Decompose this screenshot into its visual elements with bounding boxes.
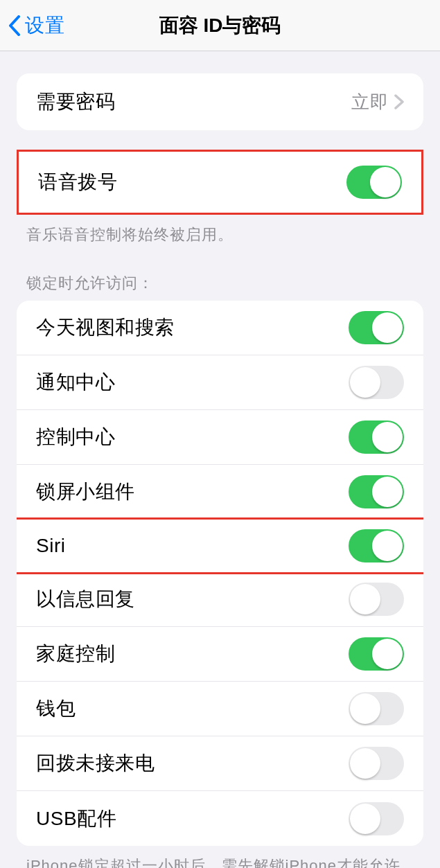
chevron-right-icon <box>394 94 404 109</box>
access-switch-reply[interactable] <box>349 583 404 616</box>
voice-dial-row: 语音拨号 <box>19 152 421 213</box>
usb-footer-note: iPhone锁定超过一小时后，需先解锁iPhone才能允许USB 配件连接。 <box>26 856 423 868</box>
access-switch-control-center[interactable] <box>349 420 404 454</box>
require-passcode-row[interactable]: 需要密码 立即 <box>17 73 423 130</box>
access-switch-siri[interactable] <box>349 529 404 563</box>
access-switch-today[interactable] <box>349 311 404 344</box>
chevron-left-icon <box>8 15 21 36</box>
access-row-reply: 以信息回复 <box>17 572 423 627</box>
access-label: 今天视图和搜索 <box>36 315 349 341</box>
access-switch-notifications[interactable] <box>349 366 404 399</box>
access-section-header: 锁定时允许访问： <box>26 273 423 294</box>
require-passcode-group: 需要密码 立即 <box>17 73 423 130</box>
back-button[interactable]: 设置 <box>0 12 64 39</box>
voice-dial-highlight: 语音拨号 <box>17 150 423 215</box>
access-label: 家庭控制 <box>36 641 349 667</box>
header-bar: 设置 面容 ID与密码 <box>0 0 440 51</box>
access-row-widgets: 锁屏小组件 <box>17 465 423 520</box>
access-group: 今天视图和搜索 通知中心 控制中心 锁屏小组件 Siri 以信息回复 家庭控制 … <box>17 301 423 846</box>
access-row-siri: Siri <box>17 517 423 574</box>
access-row-usb: USB配件 <box>17 791 423 846</box>
voice-dial-switch[interactable] <box>346 166 402 199</box>
access-switch-callback[interactable] <box>349 747 404 780</box>
voice-dial-footer: 音乐语音控制将始终被启用。 <box>26 224 423 245</box>
access-label: 以信息回复 <box>36 586 349 612</box>
access-switch-widgets[interactable] <box>349 475 404 508</box>
access-label: USB配件 <box>36 806 349 832</box>
access-row-notifications: 通知中心 <box>17 355 423 410</box>
access-switch-usb[interactable] <box>349 802 404 835</box>
page-title: 面容 ID与密码 <box>0 12 440 39</box>
access-switch-wallet[interactable] <box>349 692 404 725</box>
back-label: 设置 <box>25 12 64 39</box>
access-switch-home[interactable] <box>349 637 404 671</box>
voice-dial-label: 语音拨号 <box>38 169 346 195</box>
access-row-control-center: 控制中心 <box>17 410 423 465</box>
access-label: 回拨未接来电 <box>36 750 349 777</box>
require-passcode-label: 需要密码 <box>36 89 351 115</box>
access-label: 通知中心 <box>36 369 349 396</box>
access-row-wallet: 钱包 <box>17 682 423 736</box>
access-label: 钱包 <box>36 696 349 722</box>
access-label: 控制中心 <box>36 424 349 450</box>
access-row-today: 今天视图和搜索 <box>17 301 423 355</box>
access-label: Siri <box>36 535 349 557</box>
require-passcode-value: 立即 <box>351 90 389 114</box>
access-label: 锁屏小组件 <box>36 479 349 505</box>
access-row-callback: 回拨未接来电 <box>17 736 423 791</box>
access-row-home: 家庭控制 <box>17 627 423 682</box>
